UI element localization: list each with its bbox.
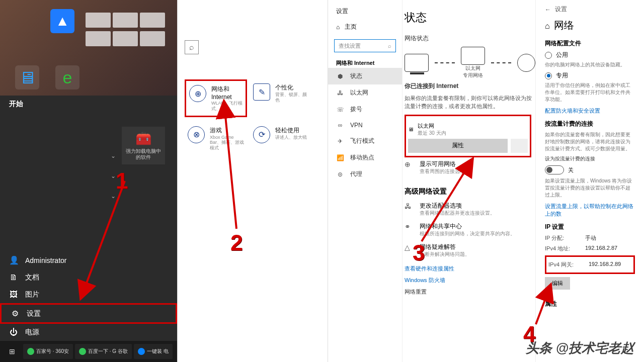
status-main: 状态 网络状态 以太网 专用网络 你已连接到 Internet 如果你的流量套餐… — [403, 0, 535, 362]
connected-desc: 如果你的流量套餐有限制，则你可以将此网络设为按流量计费的连接，或者更改其他属性。 — [405, 95, 535, 111]
category-personalization[interactable]: ✎ 个性化 背景、锁屏、颜色 — [250, 79, 312, 117]
taskbar-app-1[interactable]: 百家号 · 360安 — [23, 344, 73, 359]
radio-public[interactable]: 公用 — [545, 51, 635, 59]
globe-icon — [517, 54, 535, 72]
hotspot-icon: 📶 — [336, 154, 344, 161]
connected-title: 你已连接到 Internet — [405, 82, 535, 90]
start-button[interactable]: ⊞ — [3, 344, 21, 359]
ipv4-gw-row: IPv4 网关:192.168.2.89 — [548, 261, 631, 268]
taskbar: ⊞ 百家号 · 360安 百度一下 · G 谷歌 一键装 电 — [0, 341, 177, 362]
xbox-icon: ⊗ — [188, 126, 205, 143]
page-title: ⌂网络 — [545, 19, 635, 32]
sharing-center[interactable]: ⚭ 网络和共享中心根据所连接到的网络，决定要共享的内容。 — [405, 220, 535, 240]
category-sub: 背景、锁屏、颜色 — [275, 92, 309, 103]
app-tile[interactable]: ▲ — [50, 9, 74, 33]
advanced-title: 高级网络设置 — [405, 187, 535, 196]
search-placeholder: 查找设置 — [339, 42, 361, 50]
ease-icon: ⟳ — [253, 126, 270, 143]
user-icon: 👤 — [9, 255, 18, 265]
properties-button[interactable]: 属性 — [408, 139, 508, 153]
category-title: 网络和 Internet — [211, 85, 243, 101]
hw-link[interactable]: 查看硬件和连接属性 — [405, 265, 535, 273]
start-item-settings[interactable]: ⚙ 设置 — [0, 303, 177, 324]
nav-vpn[interactable]: ∞VPN — [328, 118, 402, 133]
start-menu-panel: ▲ 🖥 e 开始 🧰 强力卸载电脑中的软件 ⌄⌄⌄ 👤 Administrato… — [0, 0, 177, 362]
globe-icon: ⊕ — [189, 85, 206, 102]
nav-airplane[interactable]: ✈飞行模式 — [328, 133, 402, 149]
home-icon: ⌂ — [545, 22, 550, 30]
anno-num-2: 2 — [230, 230, 243, 255]
category-network[interactable]: ⊕ 网络和 Internet WLAN、飞行模式、VPN — [185, 79, 247, 117]
network-diagram: 以太网 专用网络 — [405, 47, 535, 79]
meter-toggle[interactable] — [545, 165, 564, 174]
ip-section: IP 设置 — [545, 223, 635, 231]
expand-chevrons[interactable]: ⌄⌄⌄ — [111, 146, 116, 206]
pinned-tile-label: 强力卸载电脑中的软件 — [124, 148, 163, 160]
firewall-link[interactable]: 配置防火墙和安全设置 — [545, 107, 635, 115]
taskbar-app-3[interactable]: 一键装 电 — [134, 344, 173, 359]
radio-icon — [545, 52, 552, 59]
pinned-tile[interactable]: 🧰 强力卸载电脑中的软件 — [122, 127, 165, 164]
home-icon: ⌂ — [336, 24, 340, 31]
settings-sidebar: 设置 ⌂ 主页 查找设置 ⌕ 网络和 Internet ⬢状态 🖧以太网 ☏拨号… — [328, 0, 403, 362]
highlight-gateway: IPv4 网关:192.168.2.89 — [545, 255, 635, 274]
monitor-icon: 🖥 — [408, 126, 414, 132]
data-limit-link[interactable]: 设置流量上限，以帮助控制在此网络上的数 — [545, 203, 635, 218]
dial-icon: ☏ — [336, 106, 344, 113]
back-button[interactable]: ← 设置 — [545, 5, 635, 14]
adapter-icon: 🖧 — [405, 202, 415, 217]
show-available[interactable]: ⊕ 显示可用网络查看周围的连接选项。 — [405, 157, 535, 178]
meter-section: 按流量计费的连接 — [545, 120, 635, 128]
power-icon: ⏻ — [9, 328, 18, 337]
search-input[interactable]: 查找设置 ⌕ — [334, 39, 396, 52]
nav-hotspot[interactable]: 📶移动热点 — [328, 149, 402, 166]
this-pc-icon[interactable]: 🖥 — [15, 65, 39, 89]
category-gaming[interactable]: ⊗ 游戏 Xbox Game Bar、捕获、游戏模式 — [185, 122, 247, 155]
ethernet-icon: 🖧 — [336, 89, 344, 97]
sidebar-home[interactable]: ⌂ 主页 — [328, 18, 402, 36]
vpn-icon: ∞ — [336, 122, 344, 129]
start-item-power[interactable]: ⏻ 电源 — [0, 324, 177, 341]
nav-proxy[interactable]: ⊜代理 — [328, 166, 402, 183]
section-title: 网络状态 — [405, 34, 535, 43]
laptop-icon — [405, 54, 429, 72]
start-item-docs[interactable]: 🗎 文档 — [0, 269, 177, 286]
start-item-label: 文档 — [25, 273, 39, 282]
reset-link[interactable]: 网络重置 — [405, 288, 535, 296]
category-title: 个性化 — [275, 83, 309, 92]
adapter-options[interactable]: 🖧 更改适配器选项查看网络适配器并更改连接设置。 — [405, 199, 535, 220]
category-sub: Xbox Game Bar、捕获、游戏模式 — [210, 135, 244, 151]
proxy-icon: ⊜ — [336, 171, 344, 178]
gear-icon: ⚙ — [11, 309, 20, 318]
back-arrow-icon: ← — [545, 6, 551, 13]
brush-icon: ✎ — [253, 83, 270, 101]
category-sub: 讲述人、放大镜 — [275, 135, 307, 140]
airplane-icon: ✈ — [336, 138, 344, 145]
data-usage-button[interactable] — [511, 139, 528, 153]
anno-num-3: 3 — [413, 240, 425, 265]
docs-icon: 🗎 — [9, 273, 18, 282]
nav-dialup[interactable]: ☏拨号 — [328, 101, 402, 118]
search-icon[interactable]: ⌕ — [185, 40, 199, 54]
taskbar-app-2[interactable]: 百度一下 · G 谷歌 — [75, 344, 132, 359]
category-ease[interactable]: ⟳ 轻松使用 讲述人、放大镜 — [250, 122, 312, 155]
start-item-admin[interactable]: 👤 Administrator — [0, 251, 177, 269]
sidebar-group: 网络和 Internet — [328, 56, 402, 68]
firewall-link[interactable]: Windows 防火墙 — [405, 277, 535, 284]
radio-private[interactable]: 专用 — [545, 71, 635, 80]
props-section: 属性 — [545, 300, 635, 308]
category-sub: WLAN、飞行模式、VPN — [211, 101, 243, 112]
ie-icon[interactable]: e — [55, 65, 79, 89]
edit-button[interactable]: 编辑 — [545, 277, 570, 290]
start-item-pics[interactable]: 🖼 图片 — [0, 286, 177, 303]
desktop-area: ▲ 🖥 e — [0, 0, 177, 96]
start-item-label: 电源 — [25, 328, 39, 337]
start-item-label: 图片 — [25, 290, 39, 299]
page-title: 状态 — [405, 10, 535, 25]
nav-ethernet[interactable]: 🖧以太网 — [328, 84, 402, 101]
nav-status[interactable]: ⬢状态 — [328, 68, 402, 84]
start-item-label: Administrator — [25, 256, 66, 264]
ip-assign-row: IP 分配:手动 — [545, 234, 635, 242]
category-title: 游戏 — [210, 126, 244, 135]
network-detail-panel: ← 设置 ⌂网络 网络配置文件 公用 你的电脑对网络上的其他设备隐藏。 专用 适… — [535, 0, 644, 362]
